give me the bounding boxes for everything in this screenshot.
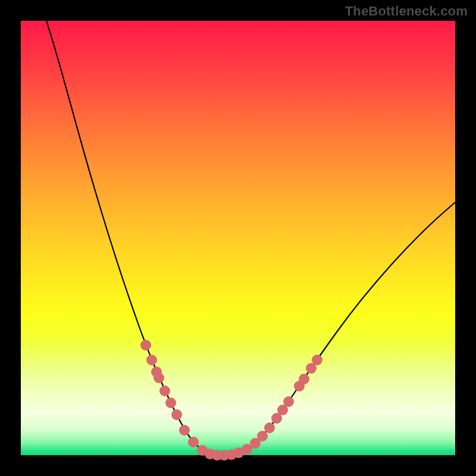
highlight-dot bbox=[140, 340, 151, 350]
highlight-dots-group bbox=[140, 340, 322, 461]
bottleneck-curve bbox=[45, 15, 455, 455]
highlight-dot bbox=[159, 386, 170, 396]
chart-frame: TheBottleneck.com bbox=[0, 0, 476, 476]
highlight-dot bbox=[257, 431, 268, 441]
curve-svg bbox=[21, 21, 455, 455]
highlight-dot bbox=[299, 374, 309, 384]
highlight-dot bbox=[179, 425, 190, 436]
highlight-dot bbox=[188, 437, 199, 447]
highlight-dot bbox=[264, 422, 275, 433]
highlight-dot bbox=[171, 409, 182, 420]
watermark-text: TheBottleneck.com bbox=[345, 4, 468, 19]
highlight-dot bbox=[146, 355, 157, 365]
plot-area bbox=[21, 21, 455, 455]
highlight-dot bbox=[312, 355, 322, 365]
highlight-dot bbox=[165, 397, 176, 408]
highlight-dot bbox=[283, 396, 294, 407]
highlight-dot bbox=[154, 372, 164, 383]
